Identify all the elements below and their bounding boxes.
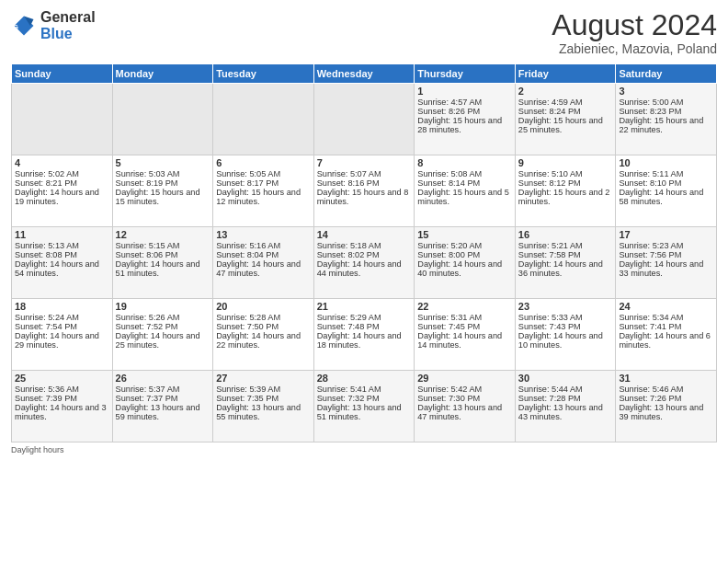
day-number: 17	[619, 229, 713, 240]
day-number: 24	[619, 301, 713, 312]
calendar-cell: 4Sunrise: 5:02 AMSunset: 8:21 PMDaylight…	[12, 155, 113, 227]
sunrise-text: Sunrise: 5:46 AMSunset: 7:26 PMDaylight:…	[619, 385, 703, 421]
logo-blue: Blue	[40, 26, 73, 41]
calendar-cell: 11Sunrise: 5:13 AMSunset: 8:08 PMDayligh…	[12, 227, 113, 299]
day-number: 9	[518, 157, 613, 168]
day-number: 16	[518, 229, 613, 240]
sunrise-text: Sunrise: 5:29 AMSunset: 7:48 PMDaylight:…	[317, 313, 402, 350]
day-number: 20	[216, 301, 311, 312]
day-number: 28	[317, 373, 412, 384]
day-number: 30	[518, 373, 613, 384]
day-number: 18	[15, 301, 109, 312]
calendar-cell: 30Sunrise: 5:44 AMSunset: 7:28 PMDayligh…	[515, 371, 616, 442]
sunrise-text: Sunrise: 5:31 AMSunset: 7:45 PMDaylight:…	[417, 313, 502, 350]
calendar-cell: 29Sunrise: 5:42 AMSunset: 7:30 PMDayligh…	[415, 371, 516, 442]
calendar-cell: 25Sunrise: 5:36 AMSunset: 7:39 PMDayligh…	[12, 371, 113, 442]
calendar-table: SundayMondayTuesdayWednesdayThursdayFrid…	[11, 63, 717, 442]
calendar-cell: 1Sunrise: 4:57 AMSunset: 8:26 PMDaylight…	[415, 84, 516, 155]
day-number: 21	[317, 301, 412, 312]
sunrise-text: Sunrise: 5:07 AMSunset: 8:16 PMDaylight:…	[317, 169, 409, 206]
logo-text-block: General Blue	[40, 9, 96, 41]
day-number: 13	[216, 229, 311, 240]
calendar-week-row: 11Sunrise: 5:13 AMSunset: 8:08 PMDayligh…	[12, 227, 717, 299]
sunrise-text: Sunrise: 5:34 AMSunset: 7:41 PMDaylight:…	[619, 313, 711, 350]
logo: G General Blue	[11, 9, 96, 41]
calendar-cell: 26Sunrise: 5:37 AMSunset: 7:37 PMDayligh…	[112, 371, 213, 442]
day-number: 7	[317, 157, 412, 168]
sunrise-text: Sunrise: 5:15 AMSunset: 8:06 PMDaylight:…	[116, 241, 200, 278]
sunrise-text: Sunrise: 5:11 AMSunset: 8:10 PMDaylight:…	[619, 169, 703, 206]
calendar-cell: 18Sunrise: 5:24 AMSunset: 7:54 PMDayligh…	[12, 299, 113, 371]
month-title: August 2024	[552, 9, 717, 41]
sunrise-text: Sunrise: 5:05 AMSunset: 8:17 PMDaylight:…	[216, 169, 301, 206]
calendar-cell: 3Sunrise: 5:00 AMSunset: 8:23 PMDaylight…	[616, 84, 717, 155]
calendar-cell: 17Sunrise: 5:23 AMSunset: 7:56 PMDayligh…	[616, 227, 717, 299]
sunrise-text: Sunrise: 5:03 AMSunset: 8:19 PMDaylight:…	[116, 169, 200, 206]
calendar-cell: 31Sunrise: 5:46 AMSunset: 7:26 PMDayligh…	[616, 371, 717, 442]
sunrise-text: Sunrise: 5:21 AMSunset: 7:58 PMDaylight:…	[518, 241, 603, 278]
weekday-header-row: SundayMondayTuesdayWednesdayThursdayFrid…	[12, 64, 717, 84]
day-number: 8	[417, 157, 512, 168]
calendar-cell: 21Sunrise: 5:29 AMSunset: 7:48 PMDayligh…	[313, 299, 415, 371]
day-number: 14	[317, 229, 412, 240]
title-block: August 2024 Zabieniec, Mazovia, Poland	[552, 9, 717, 56]
calendar-cell	[313, 84, 415, 155]
calendar-week-row: 18Sunrise: 5:24 AMSunset: 7:54 PMDayligh…	[12, 299, 717, 371]
calendar-cell: 19Sunrise: 5:26 AMSunset: 7:52 PMDayligh…	[112, 299, 213, 371]
sunrise-text: Sunrise: 5:08 AMSunset: 8:14 PMDaylight:…	[417, 169, 509, 206]
calendar-cell: 7Sunrise: 5:07 AMSunset: 8:16 PMDaylight…	[313, 155, 415, 227]
calendar-cell: 5Sunrise: 5:03 AMSunset: 8:19 PMDaylight…	[112, 155, 213, 227]
calendar-cell: 22Sunrise: 5:31 AMSunset: 7:45 PMDayligh…	[415, 299, 516, 371]
sunrise-text: Sunrise: 4:57 AMSunset: 8:26 PMDaylight:…	[417, 98, 502, 134]
weekday-header: Sunday	[12, 64, 113, 84]
sunrise-text: Sunrise: 5:24 AMSunset: 7:54 PMDaylight:…	[15, 313, 99, 350]
day-number: 25	[15, 373, 109, 384]
calendar-cell: 23Sunrise: 5:33 AMSunset: 7:43 PMDayligh…	[515, 299, 616, 371]
weekday-header: Wednesday	[313, 64, 415, 84]
main-container: G General Blue August 2024 Zabieniec, Ma…	[0, 0, 728, 563]
calendar-cell: 13Sunrise: 5:16 AMSunset: 8:04 PMDayligh…	[213, 227, 314, 299]
sunrise-text: Sunrise: 5:10 AMSunset: 8:12 PMDaylight:…	[518, 169, 610, 206]
day-number: 23	[518, 301, 613, 312]
sunrise-text: Sunrise: 5:18 AMSunset: 8:02 PMDaylight:…	[317, 241, 402, 278]
calendar-cell: 14Sunrise: 5:18 AMSunset: 8:02 PMDayligh…	[313, 227, 415, 299]
sunrise-text: Sunrise: 4:59 AMSunset: 8:24 PMDaylight:…	[518, 98, 603, 134]
svg-text:G: G	[13, 23, 18, 31]
weekday-header: Monday	[112, 64, 213, 84]
day-number: 5	[116, 157, 210, 168]
day-number: 19	[116, 301, 210, 312]
calendar-cell	[12, 84, 113, 155]
calendar-cell	[213, 84, 314, 155]
weekday-header: Friday	[515, 64, 616, 84]
calendar-cell: 24Sunrise: 5:34 AMSunset: 7:41 PMDayligh…	[616, 299, 717, 371]
calendar-cell: 8Sunrise: 5:08 AMSunset: 8:14 PMDaylight…	[415, 155, 516, 227]
day-number: 1	[417, 86, 512, 97]
day-number: 10	[619, 157, 713, 168]
logo-icon: G	[11, 13, 37, 39]
logo-general: General	[40, 9, 96, 25]
calendar-cell: 12Sunrise: 5:15 AMSunset: 8:06 PMDayligh…	[112, 227, 213, 299]
footer-label: Daylight hours	[11, 445, 64, 454]
day-number: 3	[619, 86, 713, 97]
sunrise-text: Sunrise: 5:28 AMSunset: 7:50 PMDaylight:…	[216, 313, 301, 350]
day-number: 22	[417, 301, 512, 312]
sunrise-text: Sunrise: 5:42 AMSunset: 7:30 PMDaylight:…	[417, 385, 502, 421]
weekday-header: Thursday	[415, 64, 516, 84]
day-number: 15	[417, 229, 512, 240]
day-number: 4	[15, 157, 109, 168]
calendar-cell	[112, 84, 213, 155]
day-number: 11	[15, 229, 109, 240]
day-number: 31	[619, 373, 713, 384]
sunrise-text: Sunrise: 5:37 AMSunset: 7:37 PMDaylight:…	[116, 385, 200, 421]
day-number: 2	[518, 86, 613, 97]
calendar-cell: 16Sunrise: 5:21 AMSunset: 7:58 PMDayligh…	[515, 227, 616, 299]
day-number: 26	[116, 373, 210, 384]
day-number: 12	[116, 229, 210, 240]
day-number: 27	[216, 373, 311, 384]
calendar-cell: 27Sunrise: 5:39 AMSunset: 7:35 PMDayligh…	[213, 371, 314, 442]
sunrise-text: Sunrise: 5:41 AMSunset: 7:32 PMDaylight:…	[317, 385, 402, 421]
sunrise-text: Sunrise: 5:44 AMSunset: 7:28 PMDaylight:…	[518, 385, 603, 421]
calendar-week-row: 25Sunrise: 5:36 AMSunset: 7:39 PMDayligh…	[12, 371, 717, 442]
calendar-cell: 2Sunrise: 4:59 AMSunset: 8:24 PMDaylight…	[515, 84, 616, 155]
sunrise-text: Sunrise: 5:00 AMSunset: 8:23 PMDaylight:…	[619, 98, 703, 134]
